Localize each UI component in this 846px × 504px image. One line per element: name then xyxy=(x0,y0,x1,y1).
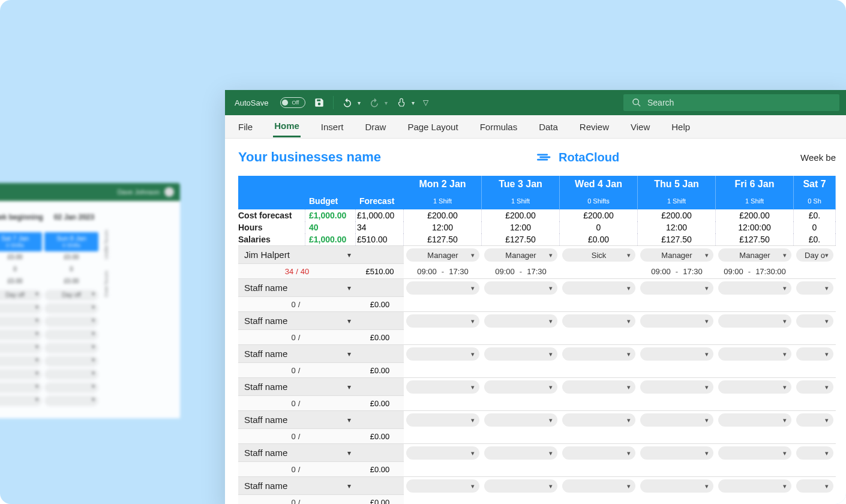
preview-role-select[interactable] xyxy=(0,343,42,353)
shift-times[interactable]: 09:00-17:30:00 xyxy=(716,264,794,278)
shift-times[interactable]: 09:00-17:30 xyxy=(482,264,560,278)
role-select[interactable]: ▾ xyxy=(796,446,833,460)
preview-role-select[interactable] xyxy=(44,395,98,406)
day-metric: 12:00 xyxy=(404,221,482,233)
role-select[interactable]: ▾ xyxy=(562,479,635,493)
staff-name-select[interactable]: Staff name▾ xyxy=(238,378,356,396)
tab-formulas[interactable]: Formulas xyxy=(479,117,519,137)
role-select[interactable]: ▾ xyxy=(718,314,791,328)
autosave-toggle[interactable]: Off xyxy=(280,97,305,108)
shift-times[interactable]: 09:00-17:30 xyxy=(404,264,482,278)
tab-file[interactable]: File xyxy=(237,117,254,137)
role-select[interactable]: ▾ xyxy=(484,314,557,328)
preview-role-select[interactable] xyxy=(0,356,42,367)
chevron-down-icon[interactable]: ▾ xyxy=(358,100,361,106)
preview-role-select[interactable] xyxy=(44,303,98,314)
qat-overflow[interactable]: ▽ xyxy=(423,98,428,107)
role-select[interactable]: ▾ xyxy=(406,380,479,394)
preview-role-select[interactable] xyxy=(0,395,42,406)
preview-role-select[interactable] xyxy=(0,316,42,327)
chevron-down-icon[interactable]: ▾ xyxy=(412,100,415,106)
preview-role-select[interactable] xyxy=(44,343,98,353)
staff-name-select[interactable]: Staff name▾ xyxy=(238,444,356,462)
staff-name-select[interactable]: Jim Halpert▾ xyxy=(238,246,356,264)
preview-role-select[interactable]: Day off xyxy=(44,290,98,301)
role-select[interactable]: Manager▾ xyxy=(640,248,713,262)
tab-view[interactable]: View xyxy=(629,117,651,137)
preview-role-select[interactable] xyxy=(0,369,42,380)
preview-role-select[interactable] xyxy=(44,369,98,380)
tab-home[interactable]: Home xyxy=(273,116,301,137)
role-select[interactable]: ▾ xyxy=(484,413,557,427)
role-select[interactable]: ▾ xyxy=(406,479,479,493)
role-select[interactable]: ▾ xyxy=(484,479,557,493)
role-select[interactable]: ▾ xyxy=(718,281,791,295)
role-select[interactable]: ▾ xyxy=(406,281,479,295)
tab-insert[interactable]: Insert xyxy=(320,117,345,137)
role-select[interactable]: ▾ xyxy=(640,413,713,427)
role-select[interactable]: ▾ xyxy=(718,479,791,493)
role-select[interactable]: ▾ xyxy=(406,314,479,328)
role-select[interactable]: Day o▾ xyxy=(796,248,833,262)
role-select[interactable]: ▾ xyxy=(640,380,713,394)
preview-role-select[interactable] xyxy=(44,329,98,340)
tab-data[interactable]: Data xyxy=(538,117,559,137)
role-select[interactable]: Manager▾ xyxy=(406,248,479,262)
role-select[interactable]: ▾ xyxy=(562,314,635,328)
preview-role-select[interactable] xyxy=(44,356,98,367)
role-select[interactable]: ▾ xyxy=(562,347,635,361)
role-select[interactable]: Manager▾ xyxy=(484,248,557,262)
staff-name-select[interactable]: Staff name▾ xyxy=(238,279,356,297)
role-select[interactable]: ▾ xyxy=(640,446,713,460)
preview-role-select[interactable]: Day off xyxy=(0,290,42,301)
role-select[interactable]: ▾ xyxy=(406,413,479,427)
role-select[interactable]: ▾ xyxy=(718,347,791,361)
save-icon[interactable] xyxy=(314,97,325,108)
role-select[interactable]: ▾ xyxy=(406,347,479,361)
role-select[interactable]: ▾ xyxy=(484,380,557,394)
role-select[interactable]: Manager▾ xyxy=(718,248,791,262)
preview-role-select[interactable] xyxy=(0,303,42,314)
role-select[interactable]: Sick▾ xyxy=(562,248,635,262)
chevron-down-icon[interactable]: ▾ xyxy=(385,100,388,106)
staff-name-select[interactable]: Staff name▾ xyxy=(238,312,356,330)
staff-name-select[interactable]: Staff name▾ xyxy=(238,411,356,429)
role-select[interactable]: ▾ xyxy=(718,413,791,427)
tab-draw[interactable]: Draw xyxy=(364,117,387,137)
role-select[interactable]: ▾ xyxy=(640,347,713,361)
search-box[interactable]: Search xyxy=(623,94,839,111)
role-select[interactable]: ▾ xyxy=(640,479,713,493)
preview-role-select[interactable] xyxy=(0,329,42,340)
role-select[interactable]: ▾ xyxy=(796,479,833,493)
role-select[interactable]: ▾ xyxy=(562,446,635,460)
redo-icon[interactable] xyxy=(369,97,380,108)
tab-page-layout[interactable]: Page Layout xyxy=(406,117,459,137)
tab-help[interactable]: Help xyxy=(670,117,691,137)
role-select[interactable]: ▾ xyxy=(640,314,713,328)
staff-name-select[interactable]: Staff name▾ xyxy=(238,477,356,495)
preview-role-select[interactable] xyxy=(0,382,42,393)
preview-role-select[interactable] xyxy=(44,316,98,327)
role-select[interactable]: ▾ xyxy=(406,446,479,460)
role-select[interactable]: ▾ xyxy=(796,314,833,328)
undo-icon[interactable] xyxy=(342,97,353,108)
role-select[interactable]: ▾ xyxy=(484,347,557,361)
role-select[interactable]: ▾ xyxy=(562,281,635,295)
touch-icon[interactable] xyxy=(396,97,407,108)
role-select[interactable]: ▾ xyxy=(796,347,833,361)
role-select[interactable]: ▾ xyxy=(796,413,833,427)
role-select[interactable]: ▾ xyxy=(484,446,557,460)
role-select[interactable]: ▾ xyxy=(640,281,713,295)
role-select[interactable]: ▾ xyxy=(562,413,635,427)
role-select[interactable]: ▾ xyxy=(718,446,791,460)
tab-review[interactable]: Review xyxy=(578,117,610,137)
staff-name-select[interactable]: Staff name▾ xyxy=(238,345,356,363)
shift-times[interactable]: 09:00-17:30 xyxy=(638,264,716,278)
role-select[interactable]: ▾ xyxy=(484,281,557,295)
role-select[interactable]: ▾ xyxy=(562,380,635,394)
role-select[interactable]: ▾ xyxy=(718,380,791,394)
preview-role-select[interactable] xyxy=(44,382,98,393)
role-select[interactable]: ▾ xyxy=(796,380,833,394)
role-select[interactable]: ▾ xyxy=(796,281,833,295)
business-name[interactable]: Your businesses name xyxy=(238,149,381,165)
